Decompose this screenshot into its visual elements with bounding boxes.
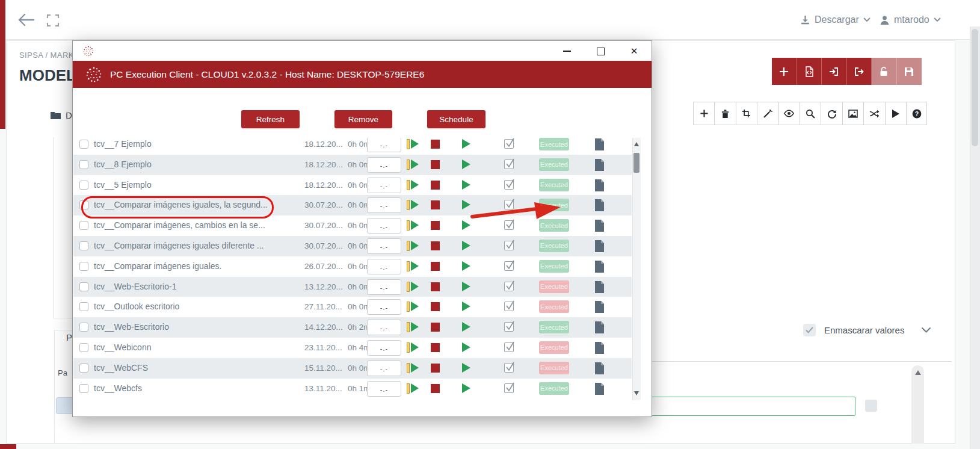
stop-button[interactable]: [431, 364, 440, 373]
result-checkbox[interactable]: [504, 383, 514, 393]
stop-button[interactable]: [431, 262, 440, 271]
result-checkbox[interactable]: [504, 322, 514, 332]
run-from-start-button[interactable]: [407, 363, 421, 373]
row-checkbox[interactable]: [79, 140, 88, 149]
play-button[interactable]: [462, 159, 470, 169]
schedule-time-input[interactable]: -.-: [367, 197, 401, 213]
delete-button[interactable]: [714, 102, 735, 125]
crop-button[interactable]: [736, 102, 757, 125]
result-checkbox[interactable]: [504, 363, 514, 373]
table-row[interactable]: tcv__5 Ejemplo 18.12.20... 0h 0m 0s... -…: [73, 175, 632, 196]
log-file-icon[interactable]: [594, 138, 605, 150]
result-checkbox[interactable]: [504, 261, 514, 271]
sign-in-button[interactable]: [822, 58, 847, 85]
schedule-time-input[interactable]: -.-: [367, 279, 401, 295]
log-file-icon[interactable]: [594, 220, 605, 232]
user-menu[interactable]: mtarodo: [880, 12, 941, 28]
row-checkbox[interactable]: [79, 302, 88, 311]
log-file-icon[interactable]: [594, 261, 605, 273]
result-checkbox[interactable]: [504, 241, 514, 250]
row-checkbox[interactable]: [79, 282, 88, 291]
log-file-icon[interactable]: [594, 301, 605, 313]
run-from-start-button[interactable]: [407, 200, 421, 210]
stop-button[interactable]: [431, 160, 440, 169]
play-button[interactable]: [462, 363, 470, 373]
schedule-time-input[interactable]: -.-: [367, 218, 401, 234]
schedule-button[interactable]: Schedule: [427, 110, 485, 128]
run-button[interactable]: [885, 102, 906, 125]
schedule-time-input[interactable]: -.-: [367, 320, 401, 335]
table-row[interactable]: tcv__Outlook escritorio 27.11.20... 0h 0…: [73, 297, 632, 317]
run-from-start-button[interactable]: [407, 302, 421, 312]
scroll-up-arrow-icon[interactable]: [915, 370, 921, 375]
play-button[interactable]: [462, 383, 470, 393]
run-from-start-button[interactable]: [407, 220, 421, 231]
run-from-start-button[interactable]: [407, 261, 421, 271]
stop-button[interactable]: [431, 200, 440, 209]
result-checkbox[interactable]: [504, 282, 514, 291]
stop-button[interactable]: [431, 221, 440, 230]
play-button[interactable]: [462, 139, 470, 149]
log-file-icon[interactable]: [594, 179, 605, 191]
input-action-button[interactable]: [865, 400, 877, 412]
close-button[interactable]: ✕: [626, 46, 642, 57]
sign-out-button[interactable]: [847, 58, 872, 85]
table-row[interactable]: tcv__Web-Escritorio 14.12.20... 0h 2m 7s…: [73, 317, 632, 338]
play-button[interactable]: [462, 322, 470, 332]
stop-button[interactable]: [431, 343, 440, 352]
table-row[interactable]: tcv__8 Ejemplo 18.12.20... 0h 0m 1s... -…: [73, 155, 632, 175]
shuffle-button[interactable]: [863, 102, 884, 125]
play-button[interactable]: [462, 282, 470, 291]
result-checkbox[interactable]: [504, 180, 514, 190]
log-file-icon[interactable]: [594, 281, 605, 293]
stop-button[interactable]: [431, 181, 440, 190]
image-button[interactable]: [842, 102, 863, 125]
schedule-time-input[interactable]: -.-: [367, 178, 401, 193]
result-checkbox[interactable]: [504, 302, 514, 311]
row-checkbox[interactable]: [79, 343, 88, 352]
table-scrollbar-track[interactable]: [632, 138, 641, 400]
row-checkbox[interactable]: [79, 221, 88, 230]
minimize-button[interactable]: [559, 46, 575, 57]
run-from-start-button[interactable]: [407, 159, 421, 170]
schedule-time-input[interactable]: -.-: [367, 138, 401, 152]
result-checkbox[interactable]: [504, 139, 514, 149]
row-checkbox[interactable]: [79, 323, 88, 332]
play-button[interactable]: [462, 302, 470, 311]
log-file-icon[interactable]: [594, 321, 605, 333]
table-row[interactable]: tcv__Web-Escritorio-1 13.12.20... 0h 0m …: [73, 277, 632, 297]
log-file-icon[interactable]: [594, 362, 605, 374]
schedule-time-input[interactable]: -.-: [367, 361, 401, 376]
log-file-icon[interactable]: [594, 240, 605, 252]
play-button[interactable]: [462, 342, 470, 352]
run-from-start-button[interactable]: [407, 282, 421, 292]
table-row[interactable]: tcv__Webiconn 23.11.20... 0h 4m 13... -.…: [73, 338, 632, 358]
refresh-button[interactable]: Refresh: [241, 110, 300, 128]
table-row[interactable]: tcv__Comparar imágenes iguales. 26.07.20…: [73, 256, 632, 277]
panel-scrollbar-track[interactable]: [911, 365, 924, 444]
download-menu[interactable]: Descargar: [800, 12, 871, 28]
row-checkbox[interactable]: [79, 364, 88, 373]
row-checkbox[interactable]: [79, 181, 88, 190]
table-row[interactable]: tcv__WebCFS 15.11.20... 0h 0m 50... -.- …: [73, 358, 632, 379]
schedule-time-input[interactable]: -.-: [367, 157, 401, 173]
window-titlebar[interactable]: ✕: [73, 41, 652, 61]
log-file-icon[interactable]: [594, 383, 605, 395]
row-checkbox[interactable]: [79, 384, 88, 393]
file-code-button[interactable]: [797, 58, 822, 85]
table-row[interactable]: tcv__Webcfs 13.11.20... 0h 1m 2s... -.- …: [73, 379, 632, 399]
stop-button[interactable]: [431, 241, 440, 250]
save-button[interactable]: [897, 58, 922, 85]
stop-button[interactable]: [431, 323, 440, 332]
result-checkbox[interactable]: [504, 342, 514, 352]
play-button[interactable]: [462, 241, 470, 250]
stop-button[interactable]: [431, 140, 440, 149]
mask-values-checkbox[interactable]: [803, 324, 816, 336]
stop-button[interactable]: [431, 282, 440, 291]
help-button[interactable]: ?: [906, 102, 927, 125]
schedule-time-input[interactable]: -.-: [367, 340, 401, 356]
add-element-button[interactable]: [693, 102, 714, 125]
schedule-time-input[interactable]: -.-: [367, 381, 401, 397]
scroll-down-arrow-icon[interactable]: [634, 391, 639, 395]
result-checkbox[interactable]: [504, 159, 514, 169]
